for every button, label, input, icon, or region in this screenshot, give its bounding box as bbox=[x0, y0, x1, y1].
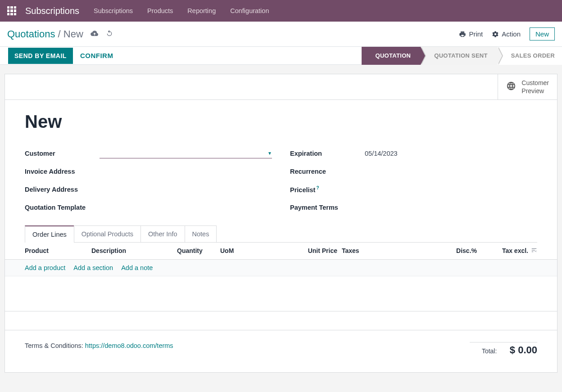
top-nav: Subscriptions Subscriptions Products Rep… bbox=[0, 0, 562, 22]
action-label: Action bbox=[502, 30, 521, 38]
add-product-link[interactable]: Add a product bbox=[25, 264, 65, 271]
th-disc: Disc.% bbox=[445, 247, 477, 255]
nav-items: Subscriptions Products Reporting Configu… bbox=[94, 7, 269, 14]
table-action-row: Add a product Add a section Add a note bbox=[5, 260, 557, 276]
nav-reporting[interactable]: Reporting bbox=[187, 7, 216, 14]
table-header: Product Description Quantity UoM Unit Pr… bbox=[5, 243, 557, 260]
action-button[interactable]: Action bbox=[492, 30, 521, 38]
nav-subscriptions[interactable]: Subscriptions bbox=[94, 7, 133, 14]
breadcrumb-parent-link[interactable]: Quotations bbox=[7, 28, 55, 40]
breadcrumb-bar: Quotations / New Print Action New bbox=[0, 22, 562, 47]
expiration-value[interactable]: 05/14/2023 bbox=[365, 150, 537, 157]
total-value: $ 0.00 bbox=[510, 344, 537, 356]
pricelist-label: Pricelist? bbox=[290, 185, 365, 194]
columns-settings-icon[interactable] bbox=[528, 247, 537, 255]
nav-products[interactable]: Products bbox=[147, 7, 173, 14]
stage-sales-order[interactable]: SALES ORDER bbox=[498, 47, 562, 65]
stage-quotation-sent[interactable]: QUOTATION SENT bbox=[421, 47, 498, 65]
tab-notes[interactable]: Notes bbox=[185, 225, 217, 243]
expiration-label: Expiration bbox=[290, 150, 365, 157]
send-by-email-button[interactable]: SEND BY EMAIL bbox=[8, 48, 73, 64]
print-button[interactable]: Print bbox=[459, 30, 483, 38]
globe-icon bbox=[506, 81, 516, 93]
invoice-address-label: Invoice Address bbox=[25, 168, 100, 175]
breadcrumb-current: New bbox=[63, 28, 83, 40]
terms-link[interactable]: https://demo8.odoo.com/terms bbox=[85, 342, 173, 349]
form-sheet: Customer Preview New Customer ▼ bbox=[5, 74, 557, 373]
quotation-template-label: Quotation Template bbox=[25, 204, 100, 211]
preview-line2: Preview bbox=[521, 87, 549, 95]
th-description: Description bbox=[91, 247, 177, 255]
customer-label: Customer bbox=[25, 150, 100, 157]
total-box: Total: $ 0.00 bbox=[470, 342, 537, 356]
th-taxes: Taxes bbox=[337, 247, 445, 255]
preview-line1: Customer bbox=[521, 79, 549, 87]
page-title: New bbox=[25, 112, 537, 132]
table-empty-row bbox=[5, 311, 557, 330]
th-uom: UoM bbox=[220, 247, 301, 255]
action-bar: SEND BY EMAIL CONFIRM QUOTATION QUOTATIO… bbox=[0, 47, 562, 65]
status-stages: QUOTATION QUOTATION SENT SALES ORDER bbox=[362, 47, 562, 65]
customer-input[interactable]: ▼ bbox=[100, 149, 272, 158]
tabs: Order Lines Optional Products Other Info… bbox=[25, 225, 537, 243]
confirm-button[interactable]: CONFIRM bbox=[80, 52, 113, 59]
tab-optional-products[interactable]: Optional Products bbox=[74, 225, 141, 243]
th-product: Product bbox=[25, 247, 91, 255]
stage-quotation[interactable]: QUOTATION bbox=[362, 47, 421, 65]
new-button[interactable]: New bbox=[530, 27, 555, 41]
app-name: Subscriptions bbox=[25, 6, 79, 16]
th-unit-price: Unit Price bbox=[301, 247, 337, 255]
help-icon[interactable]: ? bbox=[316, 185, 319, 190]
th-tax-excl: Tax excl. bbox=[477, 247, 528, 255]
tab-other-info[interactable]: Other Info bbox=[140, 225, 185, 243]
add-note-link[interactable]: Add a note bbox=[121, 264, 153, 271]
total-label: Total: bbox=[482, 347, 497, 355]
payment-terms-label: Payment Terms bbox=[290, 204, 365, 211]
th-quantity: Quantity bbox=[177, 247, 220, 255]
tab-order-lines[interactable]: Order Lines bbox=[25, 225, 74, 243]
cloud-upload-icon[interactable] bbox=[91, 30, 99, 38]
caret-down-icon[interactable]: ▼ bbox=[267, 151, 272, 156]
delivery-address-label: Delivery Address bbox=[25, 186, 100, 193]
breadcrumb: Quotations / New bbox=[7, 28, 83, 40]
apps-grid-icon[interactable] bbox=[7, 6, 16, 15]
print-label: Print bbox=[469, 30, 483, 38]
nav-configuration[interactable]: Configuration bbox=[230, 7, 269, 14]
recurrence-label: Recurrence bbox=[290, 168, 365, 175]
customer-preview-button[interactable]: Customer Preview bbox=[498, 74, 557, 99]
add-section-link[interactable]: Add a section bbox=[73, 264, 113, 271]
discard-icon[interactable] bbox=[106, 30, 113, 39]
customer-text-input[interactable] bbox=[100, 150, 266, 157]
terms-text: Terms & Conditions: https://demo8.odoo.c… bbox=[25, 342, 173, 349]
table-empty-row bbox=[5, 276, 557, 311]
